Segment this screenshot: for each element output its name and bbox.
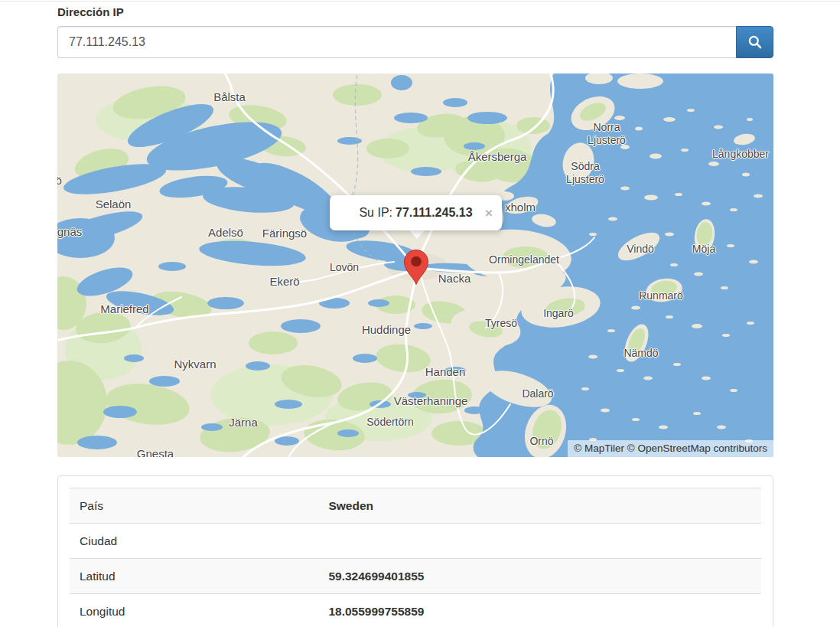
popup-close-icon[interactable]: × — [485, 207, 493, 220]
top-divider — [0, 1, 840, 2]
row-label: País — [70, 488, 318, 524]
geo-table-body: PaísSwedenCiudadLatitud59.324699401855Lo… — [70, 488, 761, 627]
table-row: Latitud59.324699401855 — [70, 559, 761, 594]
search-button[interactable] — [736, 26, 773, 58]
row-value: 59.324699401855 — [318, 559, 761, 594]
ip-popup: Su IP: 77.111.245.13 × — [330, 195, 502, 230]
popup-prefix: Su IP: — [359, 206, 392, 220]
row-label: Longitud — [70, 594, 318, 627]
row-value: 18.055999755859 — [318, 594, 761, 627]
row-label: Latitud — [70, 559, 318, 594]
row-value — [318, 524, 761, 559]
ip-field-label: Dirección IP — [57, 5, 773, 18]
location-marker-icon[interactable] — [402, 249, 430, 289]
ip-address-input[interactable] — [57, 26, 736, 58]
row-label: Ciudad — [70, 524, 318, 559]
table-row: Ciudad — [70, 524, 761, 559]
geo-result-panel: PaísSwedenCiudadLatitud59.324699401855Lo… — [57, 475, 773, 627]
main-content: Dirección IP — [57, 0, 773, 627]
map-attribution[interactable]: © MapTiler © OpenStreetMap contributors — [568, 440, 773, 457]
map[interactable]: BålstaNorra LjusteröÅkersbergaSödra Ljus… — [57, 73, 773, 457]
search-icon — [747, 34, 763, 50]
geo-table: PaísSwedenCiudadLatitud59.324699401855Lo… — [70, 488, 761, 627]
table-row: PaísSweden — [70, 488, 761, 524]
row-value: Sweden — [318, 488, 761, 524]
ip-search-group — [57, 26, 773, 58]
popup-ip-value: 77.111.245.13 — [396, 206, 473, 220]
table-row: Longitud18.055999755859 — [70, 594, 761, 627]
